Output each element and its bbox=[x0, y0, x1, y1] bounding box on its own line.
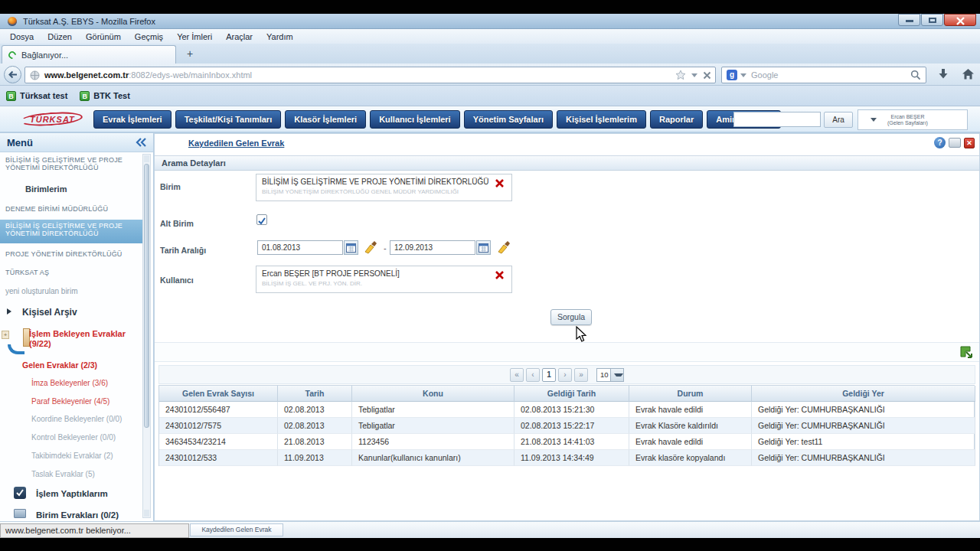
nav-kisisel-islemlerim[interactable]: Kişisel İşlemlerim bbox=[557, 110, 646, 129]
scroll-down-icon[interactable] bbox=[144, 510, 149, 517]
table-cell[interactable]: 02.08.2013 15:21:30 bbox=[514, 402, 629, 418]
tree-expander-icon[interactable]: + bbox=[2, 331, 9, 339]
table-cell[interactable]: Evrak havale edildi bbox=[629, 434, 752, 450]
col-header-tarih[interactable]: Tarih bbox=[278, 386, 352, 402]
sidebar-collapse-icon[interactable] bbox=[136, 138, 146, 147]
sidebar-item-deneme-birimi[interactable]: DENEME BİRİMİ MÜDÜRLÜĞÜ bbox=[0, 205, 141, 213]
table-cell[interactable]: Geldiği Yer: CUMHURBAŞKANLIĞI bbox=[752, 402, 975, 418]
col-header-geldigi-yer[interactable]: Geldiği Yer bbox=[752, 386, 975, 402]
table-cell[interactable]: 21.08.2013 14:41:03 bbox=[514, 434, 629, 450]
home-icon[interactable] bbox=[962, 68, 975, 80]
table-cell[interactable]: Geldiği Yer: CUMHURBAŞKANLIĞI bbox=[752, 418, 975, 434]
birim-value-box[interactable]: BİLİŞİM İŞ GELİŞTİRME VE PROJE YÖNETİMİ … bbox=[256, 174, 512, 201]
table-cell[interactable]: 24301012/533 bbox=[159, 450, 278, 466]
downloads-icon[interactable] bbox=[937, 68, 949, 80]
bookmark-star-icon[interactable] bbox=[675, 70, 686, 80]
col-header-konu[interactable]: Konu bbox=[352, 386, 514, 402]
table-cell[interactable]: Evrak havale edildi bbox=[629, 402, 752, 418]
sidebar-item-gelen-evraklar[interactable]: Gelen Evraklar (2/3) bbox=[17, 360, 158, 370]
new-tab-button[interactable]: + bbox=[182, 47, 198, 61]
app-search-input[interactable] bbox=[733, 112, 821, 127]
paginator-first-button[interactable]: « bbox=[510, 368, 524, 382]
menu-araclar[interactable]: Araçlar bbox=[219, 31, 260, 43]
end-date-clear-icon[interactable] bbox=[494, 240, 512, 256]
col-header-geldigi-tarih[interactable]: Geldiği Tarih bbox=[514, 386, 629, 402]
search-icon[interactable] bbox=[910, 70, 921, 80]
nav-kullanici-islemleri[interactable]: Kullanıcı İşlemleri bbox=[370, 110, 460, 129]
sidebar-scrollbar[interactable] bbox=[142, 154, 151, 518]
start-date-input[interactable] bbox=[257, 240, 343, 255]
back-button[interactable] bbox=[4, 66, 21, 83]
nav-evrak-islemleri[interactable]: Evrak İşlemleri bbox=[93, 110, 172, 129]
table-cell[interactable]: 1123456 bbox=[352, 434, 514, 450]
alt-birim-checkbox[interactable] bbox=[256, 214, 267, 225]
menu-yerimleri[interactable]: Yer İmleri bbox=[170, 31, 219, 43]
table-cell[interactable]: Geldiği Yer: test11 bbox=[752, 434, 975, 450]
help-icon[interactable]: ? bbox=[934, 137, 946, 148]
end-date-calendar-icon[interactable] bbox=[476, 240, 491, 255]
menu-gecmis[interactable]: Geçmiş bbox=[128, 31, 170, 43]
nav-yonetim-sayfalari[interactable]: Yönetim Sayfaları bbox=[464, 110, 553, 129]
print-icon[interactable] bbox=[949, 138, 961, 148]
col-header-gelen-evrak-sayisi[interactable]: Gelen Evrak Sayısı bbox=[159, 386, 278, 402]
export-icon[interactable] bbox=[959, 345, 973, 358]
sidebar-scroll-thumb[interactable] bbox=[144, 164, 149, 428]
menu-dosya[interactable]: Dosya bbox=[3, 31, 41, 43]
taskbar-tab-kaydedilen-gelen-evrak[interactable]: Kaydedilen Gelen Evrak bbox=[190, 523, 283, 536]
table-cell[interactable]: 11.09.2013 bbox=[278, 450, 352, 466]
sorgula-button[interactable]: Sorgula bbox=[550, 309, 592, 325]
browser-search-input[interactable]: g Google bbox=[721, 67, 926, 83]
ara-button[interactable]: Ara bbox=[824, 112, 853, 128]
sidebar-item-selected-direktorluk[interactable]: BİLİŞİM İŞ GELİŞTİRME VE PROJE YÖNETİMİ … bbox=[0, 220, 142, 243]
table-cell[interactable]: 24301012/556487 bbox=[159, 402, 278, 418]
table-cell[interactable]: 21.08.2013 bbox=[278, 434, 352, 450]
menu-gorunum[interactable]: Görünüm bbox=[79, 31, 128, 43]
start-date-calendar-icon[interactable] bbox=[344, 240, 358, 255]
table-cell[interactable]: 11.09.2013 14:34:49 bbox=[514, 450, 629, 466]
close-button[interactable] bbox=[944, 14, 976, 26]
end-date-input[interactable] bbox=[390, 240, 475, 255]
sidebar-item-proje-yonetim[interactable]: PROJE YÖNETİM DİREKTÖRLÜĞÜ bbox=[0, 250, 141, 258]
stop-icon[interactable] bbox=[703, 71, 711, 80]
paginator-prev-button[interactable]: ‹ bbox=[526, 368, 540, 382]
table-cell[interactable]: 02.08.2013 bbox=[278, 402, 352, 418]
table-cell[interactable]: 02.08.2013 bbox=[278, 418, 352, 434]
paginator-last-button[interactable]: » bbox=[574, 368, 588, 382]
paginator-page-button[interactable]: 1 bbox=[542, 368, 556, 382]
window-titlebar[interactable]: Türksat A.Ş. EBYS - Mozilla Firefox bbox=[0, 14, 980, 29]
col-header-durum[interactable]: Durum bbox=[629, 386, 752, 402]
sidebar-item-direktorluk[interactable]: BİLİŞİM İŞ GELİŞTİRME VE PROJE YÖNETİMİ … bbox=[0, 156, 141, 171]
url-dropdown-icon[interactable] bbox=[691, 73, 697, 77]
start-date-clear-icon[interactable] bbox=[361, 240, 379, 256]
sidebar-item-birimlerim[interactable]: Birimlerim bbox=[20, 184, 161, 194]
panel-close-icon[interactable]: ✕ bbox=[964, 138, 975, 148]
kullanici-value-box[interactable]: Ercan BEŞER [BT PROJE PERSONELİ] BİLİŞİM… bbox=[256, 266, 512, 293]
paginator-next-button[interactable]: › bbox=[558, 368, 572, 382]
table-cell[interactable]: 24301012/7575 bbox=[159, 418, 278, 434]
menu-duzen[interactable]: Düzen bbox=[41, 31, 79, 43]
table-cell[interactable]: Evrak klasöre kopyalandı bbox=[629, 450, 752, 466]
bookmark-turksat-test[interactable]: B Türksat test bbox=[6, 91, 67, 101]
table-cell[interactable]: Tebligatlar bbox=[352, 418, 514, 434]
bookmark-btk-test[interactable]: B BTK Test bbox=[80, 91, 129, 101]
minimize-button[interactable] bbox=[898, 14, 920, 26]
kullanici-clear-icon[interactable] bbox=[495, 270, 505, 280]
table-cell[interactable]: Tebligatlar bbox=[352, 402, 514, 418]
sidebar-item-turksat-as[interactable]: TÜRKSAT AŞ bbox=[0, 269, 141, 276]
menu-yardim[interactable]: Yardım bbox=[260, 31, 300, 43]
sidebar-item-kisisel-arsiv[interactable]: Kişisel Arşiv bbox=[17, 307, 158, 318]
table-cell[interactable]: 02.08.2013 15:22:17 bbox=[514, 418, 629, 434]
browser-tab[interactable]: Bağlanıyor... bbox=[2, 45, 176, 64]
table-cell[interactable]: Evrak Klasöre kaldırıldı bbox=[629, 418, 752, 434]
url-input[interactable]: www.belgenet.com.tr:8082/edys-web/mainIn… bbox=[24, 67, 716, 83]
maximize-button[interactable] bbox=[921, 14, 943, 26]
table-cell[interactable]: Geldiği Yer: CUMHURBAŞKANLIĞI bbox=[752, 450, 975, 466]
sidebar-item-islem-bekleyen[interactable]: İşlem Bekleyen Evraklar (9/22) bbox=[24, 329, 139, 349]
birim-clear-icon[interactable] bbox=[495, 178, 505, 188]
table-cell[interactable]: 34634534/23214 bbox=[159, 434, 278, 450]
scroll-up-icon[interactable] bbox=[144, 155, 149, 162]
page-size-select[interactable]: 10 bbox=[596, 368, 624, 382]
nav-raporlar[interactable]: Raporlar bbox=[650, 110, 703, 129]
nav-klasor-islemleri[interactable]: Klasör İşlemleri bbox=[285, 110, 366, 129]
search-engine-dropdown-icon[interactable] bbox=[740, 73, 746, 77]
